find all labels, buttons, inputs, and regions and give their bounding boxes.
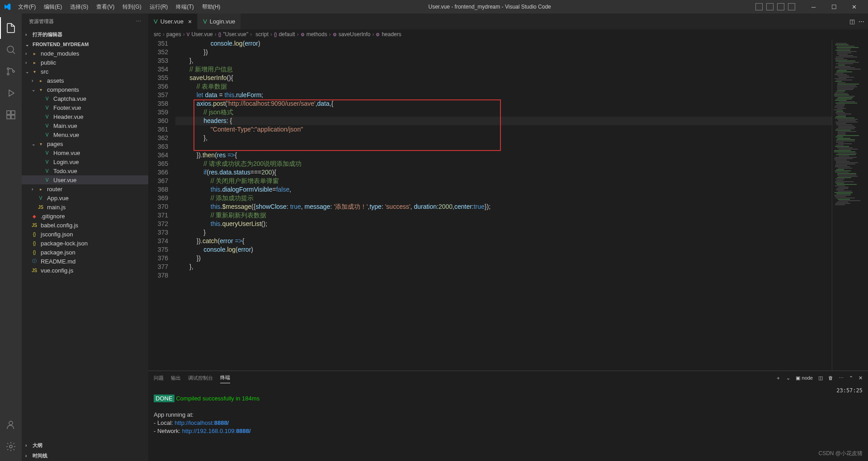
tree-item[interactable]: ◆.gitignore xyxy=(22,212,148,221)
code-line[interactable]: axios.post('http://localhost:9090/user/s… xyxy=(175,99,832,108)
maximize-button[interactable]: ☐ xyxy=(824,0,844,14)
code-line[interactable]: }, xyxy=(175,134,832,142)
tree-item[interactable]: JSmain.js xyxy=(22,202,148,212)
close-button[interactable]: ✕ xyxy=(844,0,864,14)
tree-item[interactable]: VTodo.vue xyxy=(22,166,148,175)
breadcrumb-item[interactable]: ⚙ saveUserInfo xyxy=(333,31,371,38)
layout-customize-icon[interactable] xyxy=(788,3,795,10)
tree-item[interactable]: ⌄▾pages xyxy=(22,139,148,148)
breadcrumb-item[interactable]: src xyxy=(154,31,161,38)
code-line[interactable]: // 重新刷新列表数据 xyxy=(175,211,832,220)
tree-item[interactable]: VCaptcha.vue xyxy=(22,94,148,103)
terminal-tab[interactable]: 终端 xyxy=(220,372,230,383)
code-line[interactable]: "Content-Type":"application/json" xyxy=(175,125,832,134)
close-panel-icon[interactable]: ✕ xyxy=(859,375,863,381)
tree-item[interactable]: VFooter.vue xyxy=(22,103,148,112)
code-editor[interactable]: 3513523533543553563573583593603613623633… xyxy=(148,39,832,371)
code-line[interactable]: // 添加成功提示 xyxy=(175,194,832,202)
timeline-section[interactable]: ›时间线 xyxy=(22,451,148,461)
breadcrumb-item[interactable]: ⚙ methods xyxy=(301,31,327,38)
code-line[interactable]: }, xyxy=(175,263,832,271)
tree-item[interactable]: JSbabel.config.js xyxy=(22,221,148,230)
run-debug-activity[interactable] xyxy=(0,82,22,104)
tree-item[interactable]: ›▸router xyxy=(22,184,148,193)
tree-item[interactable]: ⌄▾src xyxy=(22,67,148,76)
terminal-shell-icon[interactable]: ▣ node xyxy=(796,375,813,381)
menu-item[interactable]: 帮助(H) xyxy=(198,1,224,13)
terminal-dropdown-icon[interactable]: ⌄ xyxy=(786,375,790,381)
tree-item[interactable]: VLogin.vue xyxy=(22,157,148,166)
extensions-activity[interactable] xyxy=(0,104,22,126)
terminal-more-icon[interactable]: ⋯ xyxy=(839,375,844,381)
tree-item[interactable]: ⓘREADME.md xyxy=(22,257,148,266)
code-line[interactable]: }).catch(error =>{ xyxy=(175,237,832,245)
new-terminal-icon[interactable]: ＋ xyxy=(776,375,781,381)
menu-item[interactable]: 文件(F) xyxy=(14,1,39,13)
minimize-button[interactable]: ─ xyxy=(803,0,824,14)
layout-sidebar-left-icon[interactable] xyxy=(755,3,763,10)
code-line[interactable] xyxy=(175,271,832,280)
code-line[interactable]: // json格式 xyxy=(175,108,832,117)
tree-item[interactable]: ›▸public xyxy=(22,58,148,67)
layout-sidebar-right-icon[interactable] xyxy=(777,3,784,10)
menu-item[interactable]: 终端(T) xyxy=(172,1,197,13)
breadcrumb-item[interactable]: pages xyxy=(166,31,181,38)
open-editors-section[interactable]: ›打开的编辑器 xyxy=(22,29,148,40)
breadcrumb-item[interactable]: ⚙ headers xyxy=(376,31,401,38)
local-url-link[interactable]: http://localhost:8888/ xyxy=(175,419,229,426)
menu-item[interactable]: 编辑(E) xyxy=(40,1,66,13)
code-line[interactable]: }) xyxy=(175,48,832,56)
tree-item[interactable]: VApp.vue xyxy=(22,193,148,202)
code-line[interactable]: // 关闭用户新增表单弹窗 xyxy=(175,177,832,185)
menu-item[interactable]: 运行(R) xyxy=(146,1,172,13)
kill-terminal-icon[interactable]: 🗑 xyxy=(828,375,833,381)
close-tab-icon[interactable]: × xyxy=(188,18,192,25)
terminal-tab[interactable]: 问题 xyxy=(154,373,164,383)
tree-item[interactable]: VHeader.vue xyxy=(22,112,148,121)
network-url-link[interactable]: http://192.168.0.109:8888/ xyxy=(182,428,251,434)
code-line[interactable]: // 请求成功状态为200说明添加成功 xyxy=(175,160,832,168)
breadcrumb-item[interactable]: {} default xyxy=(274,31,295,38)
split-editor-icon[interactable]: ◫ xyxy=(849,18,855,25)
code-line[interactable]: }, xyxy=(175,56,832,65)
menu-item[interactable]: 选择(S) xyxy=(66,1,92,13)
code-line[interactable]: }).then(res =>{ xyxy=(175,151,832,160)
search-activity[interactable] xyxy=(0,39,22,61)
menu-item[interactable]: 转到(G) xyxy=(119,1,145,13)
breadcrumb-item[interactable]: script xyxy=(254,31,269,38)
tree-item[interactable]: ›▸node_modules xyxy=(22,49,148,58)
tree-item[interactable]: VHome.vue xyxy=(22,148,148,157)
layout-panel-icon[interactable] xyxy=(766,3,774,10)
code-line[interactable]: this.queryUserList(); xyxy=(175,220,832,228)
terminal-output[interactable]: 23:57:25 DONE Compiled successfully in 1… xyxy=(148,385,868,461)
terminal-tab[interactable]: 调试控制台 xyxy=(188,373,213,383)
code-line[interactable]: }) xyxy=(175,254,832,263)
code-line[interactable]: headers: { xyxy=(175,117,832,125)
project-section[interactable]: ⌄FRONTEND_MYDREAM xyxy=(22,40,148,49)
tree-item[interactable]: JSvue.config.js xyxy=(22,266,148,275)
code-line[interactable]: this.dialogFormVisible=false, xyxy=(175,185,832,194)
menu-item[interactable]: 查看(V) xyxy=(93,1,118,13)
editor-tab[interactable]: VUser.vue× xyxy=(148,14,198,29)
split-terminal-icon[interactable]: ◫ xyxy=(818,375,823,381)
code-line[interactable]: console.log(error) xyxy=(175,245,832,254)
maximize-panel-icon[interactable]: ⌃ xyxy=(849,375,853,381)
editor-tab[interactable]: VLogin.vue xyxy=(198,14,241,29)
code-line[interactable]: } xyxy=(175,228,832,237)
code-line[interactable]: this.$message({showClose: true, message:… xyxy=(175,202,832,211)
code-line[interactable]: // 新增用户信息 xyxy=(175,65,832,74)
breadcrumb[interactable]: src›pages›V User.vue›{} "User.vue"› scri… xyxy=(148,29,868,39)
source-control-activity[interactable] xyxy=(0,61,22,82)
terminal-tab[interactable]: 输出 xyxy=(171,373,181,383)
outline-section[interactable]: ›大纲 xyxy=(22,440,148,451)
code-line[interactable] xyxy=(175,142,832,151)
tree-item[interactable]: {}package.json xyxy=(22,248,148,257)
tree-item[interactable]: {}jsconfig.json xyxy=(22,230,148,239)
code-line[interactable]: saveUserInfo(){ xyxy=(175,74,832,82)
breadcrumb-item[interactable]: V User.vue xyxy=(187,31,213,38)
tree-item[interactable]: ›▸assets xyxy=(22,76,148,85)
more-actions-icon[interactable]: ⋯ xyxy=(859,18,864,25)
sidebar-more-icon[interactable]: ⋯ xyxy=(136,19,141,24)
minimap[interactable] xyxy=(832,39,868,371)
tree-item[interactable]: VMenu.vue xyxy=(22,130,148,139)
